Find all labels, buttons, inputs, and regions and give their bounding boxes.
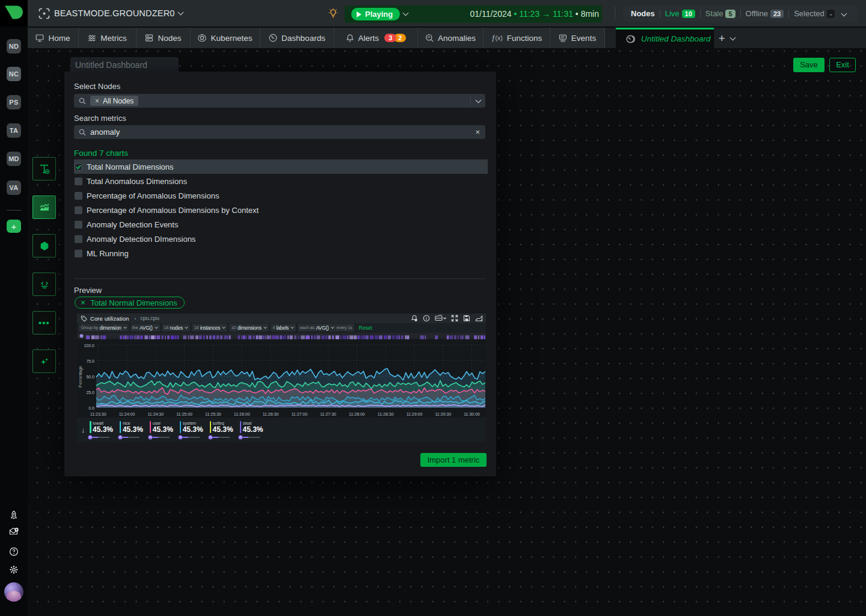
- svg-text:11:25:00: 11:25:00: [176, 412, 192, 416]
- svg-text:11:24:30: 11:24:30: [147, 412, 164, 416]
- svg-text:11:29:30: 11:29:30: [435, 412, 451, 416]
- svg-text:0.0: 0.0: [88, 406, 94, 410]
- svg-text:11:24:00: 11:24:00: [119, 412, 135, 416]
- svg-text:11:28:30: 11:28:30: [378, 412, 394, 416]
- svg-text:11:26:30: 11:26:30: [263, 412, 279, 416]
- svg-text:11:25:30: 11:25:30: [205, 412, 221, 416]
- svg-text:11:28:00: 11:28:00: [349, 412, 365, 416]
- svg-text:100.0: 100.0: [84, 343, 94, 348]
- svg-text:11:30:00: 11:30:00: [464, 412, 480, 416]
- svg-text:11:26:00: 11:26:00: [234, 412, 250, 416]
- svg-text:50.0: 50.0: [86, 375, 94, 379]
- svg-text:11:29:00: 11:29:00: [407, 412, 423, 416]
- svg-text:11:23:30: 11:23:30: [90, 412, 106, 416]
- svg-text:11:27:30: 11:27:30: [320, 412, 336, 416]
- svg-text:11:27:00: 11:27:00: [291, 412, 307, 416]
- svg-text:25.0: 25.0: [86, 390, 94, 395]
- svg-text:75.0: 75.0: [86, 359, 94, 363]
